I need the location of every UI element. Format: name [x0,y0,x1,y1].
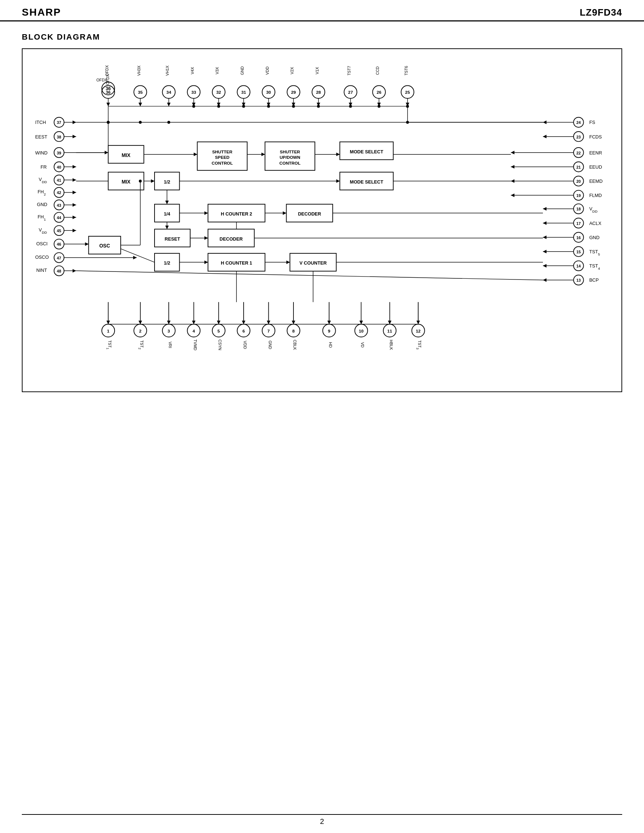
svg-text:25: 25 [405,90,410,95]
svg-marker-94 [73,191,76,195]
svg-marker-307 [204,261,208,264]
svg-text:46: 46 [57,242,61,246]
company-logo: SHARP [22,6,61,18]
svg-text:VDD: VDD [589,206,597,213]
svg-text:TST1: TST1 [106,340,112,349]
svg-text:EEUD: EEUD [589,164,602,170]
svg-text:CONTROL: CONTROL [279,161,300,166]
svg-marker-286 [151,179,155,183]
svg-text:DECODER: DECODER [220,236,243,242]
svg-text:38: 38 [57,135,61,139]
svg-text:V2X: V2X [290,67,294,74]
svg-text:5: 5 [217,328,220,333]
svg-marker-119 [133,256,137,259]
svg-marker-134 [543,135,547,138]
svg-text:1/2: 1/2 [164,260,170,266]
svg-text:48: 48 [57,269,61,273]
svg-text:27: 27 [348,90,353,95]
svg-text:OFDX: OFDX [97,78,107,82]
svg-point-339 [217,105,220,108]
svg-text:OSCI: OSCI [36,241,48,246]
svg-text:FLMD: FLMD [589,193,602,198]
svg-text:45: 45 [57,228,61,233]
svg-text:3: 3 [167,328,170,333]
svg-text:HBLK: HBLK [389,340,393,351]
svg-marker-99 [73,203,76,207]
svg-text:VDD: VDD [265,66,269,75]
svg-text:31: 31 [241,90,246,95]
svg-text:1: 1 [107,328,109,333]
svg-text:14: 14 [576,264,581,268]
svg-marker-124 [73,269,76,273]
svg-text:VH3X: VH3X [137,66,141,76]
svg-marker-159 [543,207,547,211]
svg-text:26: 26 [377,90,382,95]
svg-text:ITCH: ITCH [35,119,46,125]
svg-marker-315 [106,320,110,324]
svg-point-340 [242,105,245,108]
svg-point-343 [317,105,320,108]
svg-text:MIX: MIX [121,179,130,185]
svg-text:FH1: FH1 [38,214,46,221]
svg-text:6: 6 [243,328,245,333]
svg-line-305 [121,249,155,262]
svg-marker-333 [359,320,363,324]
svg-marker-331 [327,320,331,324]
svg-marker-149 [511,179,515,183]
svg-text:10: 10 [359,328,364,333]
svg-marker-184 [543,278,547,282]
svg-marker-41 [106,103,110,106]
svg-point-274 [139,121,142,124]
svg-text:1/2: 1/2 [164,179,170,185]
svg-text:MIX: MIX [121,153,130,158]
svg-point-348 [107,121,110,124]
header: SHARP LZ9FD34 [0,0,644,21]
svg-text:H COUNTER 2: H COUNTER 2 [221,211,252,217]
svg-text:GND: GND [589,235,599,240]
part-number: LZ9FD34 [580,7,622,18]
svg-marker-109 [73,228,76,232]
svg-text:9: 9 [328,328,330,333]
svg-text:FCDS: FCDS [589,134,602,140]
svg-point-304 [139,180,142,182]
svg-text:TST3: TST3 [415,340,422,349]
svg-text:FS: FS [589,119,595,125]
svg-marker-43 [138,103,142,106]
block-diagram-container: 36 OFDX OFDX OFDX VH3X VH1X V4X [22,48,622,392]
svg-text:TST2: TST2 [138,340,144,349]
svg-marker-139 [511,151,515,154]
svg-text:36: 36 [106,90,111,95]
svg-text:MODE SELECT: MODE SELECT [350,179,383,185]
svg-text:SPEED: SPEED [215,155,229,159]
svg-text:VDD: VDD [39,177,47,183]
svg-text:41: 41 [57,178,61,182]
svg-text:44: 44 [57,215,61,220]
svg-marker-174 [543,250,547,253]
svg-text:16: 16 [576,235,581,240]
svg-marker-74 [73,135,76,138]
svg-point-345 [377,105,380,108]
svg-text:2: 2 [139,328,142,333]
svg-marker-298 [165,226,169,229]
svg-marker-321 [192,320,196,324]
svg-text:42: 42 [57,190,61,195]
svg-text:OSCO: OSCO [35,254,49,260]
svg-text:34: 34 [167,90,172,95]
svg-marker-84 [73,165,76,169]
svg-text:35: 35 [138,90,143,95]
svg-text:40: 40 [57,165,61,169]
svg-text:4: 4 [192,328,195,333]
svg-point-338 [192,105,195,108]
svg-text:GND: GND [268,341,272,349]
svg-marker-293 [204,211,208,215]
svg-text:TST6: TST6 [404,66,408,75]
svg-text:12: 12 [416,328,421,333]
svg-marker-337 [416,320,420,324]
svg-text:43: 43 [57,203,61,207]
svg-text:MODE SELECT: MODE SELECT [350,149,383,154]
main-content: BLOCK DIAGRAM 36 OFDX OFDX OFDX VH3X [0,21,644,407]
svg-marker-325 [242,320,245,324]
svg-text:15: 15 [576,250,581,254]
svg-point-344 [349,105,352,108]
svg-marker-114 [85,243,89,246]
